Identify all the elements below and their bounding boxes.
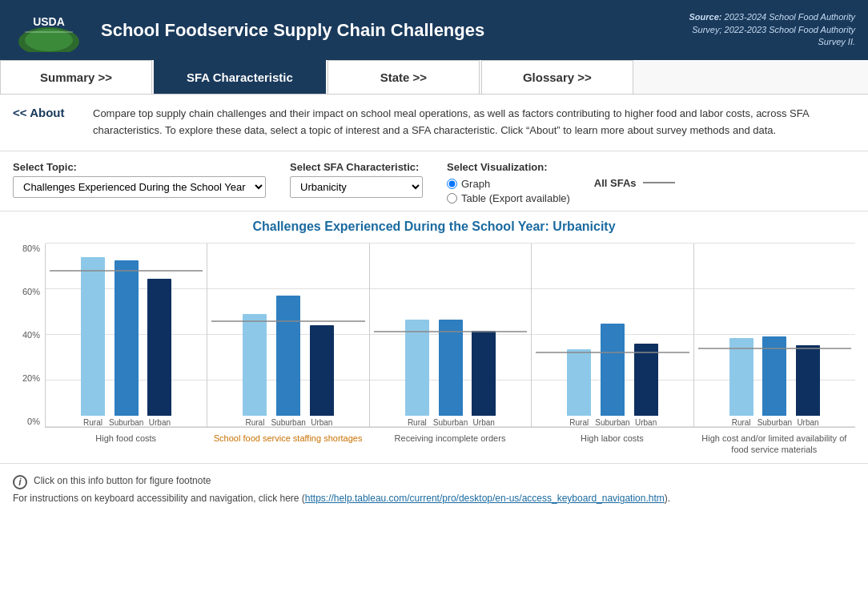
radio-table[interactable]: Table (Export available): [447, 192, 570, 204]
bar-staffing-shortages-suburban: [276, 296, 300, 416]
bar-high-food-costs-suburban: [115, 260, 139, 415]
accessibility-link[interactable]: https://help.tableau.com/current/pro/des…: [305, 493, 665, 504]
footer: i Click on this info button for figure f…: [0, 463, 868, 512]
bar-xlabel-high-food-costs-rural: Rural: [83, 418, 102, 427]
about-link[interactable]: << About: [13, 106, 77, 119]
viz-radio-group: Graph Table (Export available): [447, 178, 570, 204]
bar-item-incomplete-orders-rural: Rural: [405, 244, 429, 427]
bar-staffing-shortages-rural: [243, 314, 267, 416]
section-label-high-food-costs: High food costs: [45, 433, 207, 456]
bar-item-food-materials-urban: Urban: [796, 244, 820, 427]
viz-label: Select Visualization:: [447, 161, 570, 173]
topic-select[interactable]: Challenges Experienced During the School…: [13, 176, 266, 198]
bar-incomplete-orders-urban: [472, 331, 496, 416]
bar-xlabel-staffing-shortages-suburban: Suburban: [271, 418, 305, 427]
bar-item-high-labor-costs-rural: Rural: [567, 244, 591, 427]
about-row: << About Compare top supply chain challe…: [0, 95, 868, 151]
bar-xlabel-high-labor-costs-rural: Rural: [569, 418, 589, 427]
accessibility-text: For instructions on keyboard accessibili…: [13, 493, 855, 504]
bar-xlabel-food-materials-suburban: Suburban: [757, 418, 792, 427]
y-label-40: 40%: [13, 330, 40, 340]
bar-item-staffing-shortages-urban: Urban: [310, 244, 334, 427]
accessibility-prefix: For instructions on keyboard accessibili…: [13, 493, 305, 504]
app-header: USDA School Foodservice Supply Chain Cha…: [0, 0, 868, 60]
bar-high-food-costs-urban: [147, 279, 171, 415]
all-sfas-label: All SFAs: [594, 177, 675, 189]
bar-high-labor-costs-rural: [567, 349, 591, 416]
usda-logo: USDA: [13, 8, 85, 52]
bar-xlabel-incomplete-orders-urban: Urban: [473, 418, 495, 427]
avg-line-staffing-shortages: [211, 320, 364, 322]
bar-incomplete-orders-rural: [405, 320, 429, 416]
bar-group-incomplete-orders: RuralSuburbanUrban: [370, 244, 532, 427]
topic-label: Select Topic:: [13, 161, 266, 173]
bar-xlabel-food-materials-urban: Urban: [797, 418, 818, 427]
bar-item-staffing-shortages-rural: Rural: [243, 244, 267, 427]
bar-xlabel-high-labor-costs-urban: Urban: [635, 418, 657, 427]
radio-graph[interactable]: Graph: [447, 178, 570, 190]
accessibility-suffix: ).: [665, 493, 670, 504]
tab-glossary[interactable]: Glossary >>: [481, 60, 633, 94]
radio-table-input[interactable]: [447, 193, 457, 203]
svg-text:USDA: USDA: [33, 15, 65, 28]
tab-state[interactable]: State >>: [328, 60, 480, 94]
topic-control: Select Topic: Challenges Experienced Dur…: [13, 161, 266, 198]
avg-line-high-food-costs: [50, 270, 203, 272]
bar-xlabel-high-food-costs-urban: Urban: [149, 418, 171, 427]
bar-group-staffing-shortages: RuralSuburbanUrban: [207, 244, 369, 427]
bar-xlabel-food-materials-rural: Rural: [732, 418, 751, 427]
radio-graph-label: Graph: [461, 178, 490, 190]
chart-inner: RuralSuburbanUrbanRuralSuburbanUrbanRura…: [45, 244, 855, 428]
tab-sfa-characteristic[interactable]: SFA Characteristic: [154, 60, 326, 94]
section-label-high-labor-costs: High labor costs: [531, 433, 693, 456]
sfa-characteristic-control: Select SFA Characteristic: Urbanicity Re…: [290, 161, 423, 198]
y-label-60: 60%: [13, 287, 40, 296]
bar-high-labor-costs-suburban: [601, 324, 625, 416]
info-icon[interactable]: i: [13, 475, 27, 489]
bar-group-food-materials: RuralSuburbanUrban: [694, 244, 855, 427]
controls-row: Select Topic: Challenges Experienced Dur…: [0, 151, 868, 211]
all-sfas-line-icon: [643, 182, 675, 183]
bar-xlabel-high-labor-costs-suburban: Suburban: [595, 418, 629, 427]
bar-xlabel-staffing-shortages-rural: Rural: [245, 418, 264, 427]
bar-group-high-food-costs: RuralSuburbanUrban: [46, 244, 207, 427]
usda-logo-area: USDA: [13, 8, 85, 52]
bar-item-staffing-shortages-suburban: Suburban: [271, 244, 305, 427]
y-label-20: 20%: [13, 373, 40, 383]
section-label-incomplete-orders: Receiving incomplete orders: [369, 433, 531, 456]
section-label-staffing-shortages: School food service staffing shortages: [207, 433, 368, 456]
app-title: School Foodservice Supply Chain Challeng…: [101, 20, 663, 41]
avg-line-high-labor-costs: [536, 352, 689, 353]
bar-staffing-shortages-urban: [310, 325, 334, 416]
radio-table-label: Table (Export available): [461, 192, 570, 204]
bar-item-high-labor-costs-suburban: Suburban: [595, 244, 629, 427]
visualization-control: Select Visualization: Graph Table (Expor…: [447, 161, 570, 204]
sfa-select[interactable]: Urbanicity Region Enrollment Size Free/R…: [290, 176, 423, 198]
y-label-80: 80%: [13, 244, 40, 253]
bar-xlabel-staffing-shortages-urban: Urban: [311, 418, 332, 427]
bar-xlabel-incomplete-orders-rural: Rural: [408, 418, 427, 427]
footnote-text: Click on this info button for figure foo…: [34, 475, 211, 486]
radio-graph-input[interactable]: [447, 179, 457, 189]
about-description: Compare top supply chain challenges and …: [93, 106, 855, 139]
section-label-food-materials: High cost and/or limited availability of…: [693, 433, 855, 456]
nav-tabs: Summary >> SFA Characteristic State >> G…: [0, 60, 868, 95]
chart-area: Challenges Experienced During the School…: [0, 211, 868, 456]
bar-food-materials-urban: [796, 345, 820, 415]
header-source: Source: 2023-2024 School Food Authority …: [663, 11, 855, 48]
section-labels-row: High food costsSchool food service staff…: [13, 433, 855, 456]
bar-item-incomplete-orders-urban: Urban: [472, 244, 496, 427]
avg-line-incomplete-orders: [374, 331, 527, 332]
bar-item-food-materials-rural: Rural: [729, 244, 753, 427]
bar-xlabel-incomplete-orders-suburban: Suburban: [433, 418, 468, 427]
chart-title: Challenges Experienced During the School…: [13, 219, 855, 234]
bar-item-incomplete-orders-suburban: Suburban: [433, 244, 468, 427]
bar-high-food-costs-rural: [81, 257, 105, 416]
footer-info: i Click on this info button for figure f…: [13, 475, 855, 489]
all-sfas-text: All SFAs: [594, 177, 637, 189]
bar-food-materials-rural: [729, 338, 753, 416]
y-axis: 0% 20% 40% 60% 80%: [13, 244, 45, 428]
bar-group-high-labor-costs: RuralSuburbanUrban: [532, 244, 693, 427]
tab-summary[interactable]: Summary >>: [0, 60, 152, 94]
sfa-label: Select SFA Characteristic:: [290, 161, 423, 173]
